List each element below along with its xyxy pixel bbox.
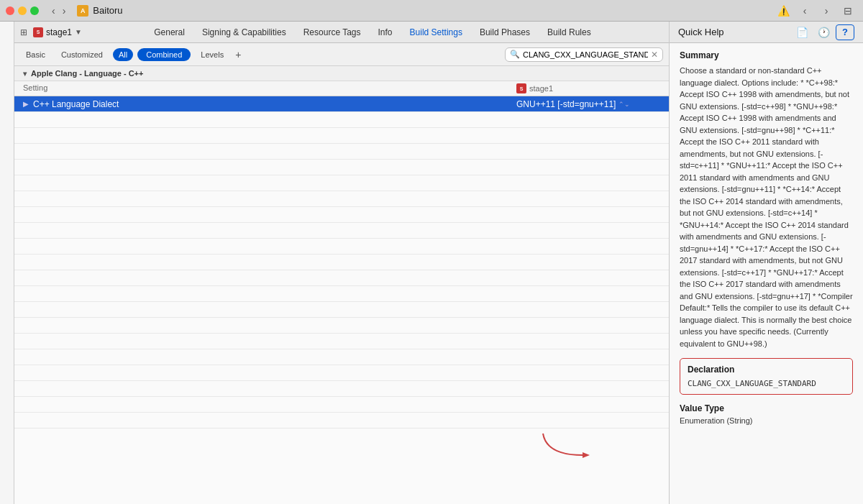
empty-row [14, 334, 669, 349]
empty-row [14, 397, 669, 413]
quick-help-header: Quick Help 📄 🕐 ? [670, 22, 863, 43]
navigation-buttons: ‹ › [49, 4, 68, 18]
filter-basic-button[interactable]: Basic [20, 48, 51, 61]
sidebar-toggle-button[interactable]: ⊞ [20, 27, 27, 37]
row-expand-icon: ▶ [23, 100, 30, 108]
maximize-button[interactable] [30, 6, 39, 15]
target-label: stage1 [46, 27, 72, 37]
target-dropdown-arrow[interactable]: ▼ [75, 28, 82, 36]
filter-all-button[interactable]: All [113, 48, 133, 61]
quick-help-actions: 📄 🕐 ? [793, 24, 854, 40]
search-box: 🔍 ✕ [505, 47, 663, 62]
svg-marker-0 [583, 452, 590, 458]
value-cell: GNU++11 [-std=gnu++11] ⌃⌄ [516, 99, 660, 109]
col-value-label: S stage1 [516, 83, 660, 93]
table-area: ▾ Apple Clang - Language - C++ Setting S… [14, 66, 669, 504]
declaration-box: Declaration CLANG_CXX_LANGUAGE_STANDARD [680, 358, 853, 395]
summary-title: Summary [680, 50, 853, 60]
back-button[interactable]: ‹ [49, 4, 58, 18]
title-bar: ‹ › A Baitoru ⚠️ ‹ › ⊟ [0, 0, 863, 22]
quick-help-body: Summary Choose a standard or non-standar… [670, 43, 863, 504]
tab-build-settings[interactable]: Build Settings [403, 24, 470, 40]
summary-text: Choose a standard or non-standard C++ la… [680, 65, 853, 349]
filter-customized-button[interactable]: Customized [55, 48, 109, 61]
empty-row [14, 365, 669, 381]
value-type-title: Value Type [680, 403, 853, 413]
quick-help-title: Quick Help [678, 27, 724, 37]
tab-signing[interactable]: Signing & Capabilities [195, 24, 293, 40]
project-icon: A [77, 5, 88, 17]
empty-row [14, 144, 669, 160]
title-bar-actions: ⚠️ ‹ › ⊟ [774, 3, 857, 19]
window-title: Baitoru [93, 5, 122, 16]
close-button[interactable] [6, 6, 14, 15]
next-error-button[interactable]: › [817, 3, 836, 19]
main-area: ⊞ S stage1 ▼ General Signing & Capabilit… [0, 22, 863, 504]
empty-row [14, 128, 669, 144]
forward-button[interactable]: › [60, 4, 69, 18]
tab-build-phases[interactable]: Build Phases [472, 24, 537, 40]
empty-row [14, 239, 669, 255]
prev-error-button[interactable]: ‹ [795, 3, 814, 19]
filter-bar: Basic Customized All Combined Levels + 🔍… [14, 43, 669, 66]
empty-row [14, 112, 669, 128]
setting-name: C++ Language Dialect [33, 99, 516, 109]
empty-row [14, 160, 669, 175]
empty-row [14, 207, 669, 223]
search-icon: 🔍 [510, 50, 520, 59]
content-area: ⊞ S stage1 ▼ General Signing & Capabilit… [14, 22, 669, 504]
empty-row [14, 318, 669, 334]
minimize-button[interactable] [18, 6, 27, 15]
target-bar: ⊞ S stage1 ▼ General Signing & Capabilit… [14, 22, 669, 43]
search-input[interactable] [523, 50, 648, 59]
col-setting-label: Setting [23, 83, 516, 93]
tab-build-rules[interactable]: Build Rules [540, 24, 598, 40]
quick-help-panel: Quick Help 📄 🕐 ? Summary Choose a standa… [669, 22, 863, 504]
empty-row [14, 286, 669, 302]
sidebar [0, 22, 14, 504]
empty-row [14, 302, 669, 318]
error-button[interactable]: ⚠️ [774, 3, 793, 19]
curved-arrow [539, 426, 597, 464]
panel-layout-button[interactable]: ⊟ [839, 3, 857, 19]
arrow-decoration-area [14, 429, 669, 472]
empty-row [14, 381, 669, 397]
tab-info[interactable]: Info [371, 24, 400, 40]
declaration-value: CLANG_CXX_LANGUAGE_STANDARD [688, 379, 845, 388]
value-type-value: Enumeration (String) [680, 416, 853, 425]
value-dropdown-icon[interactable]: ⌃⌄ [618, 101, 630, 108]
value-text: GNU++11 [-std=gnu++11] [516, 99, 616, 109]
tabs-container: General Signing & Capabilities Resource … [147, 24, 598, 40]
qh-doc-button[interactable]: 📄 [793, 24, 811, 40]
tab-resource-tags[interactable]: Resource Tags [296, 24, 368, 40]
section-header[interactable]: ▾ Apple Clang - Language - C++ [14, 66, 669, 81]
empty-row [14, 270, 669, 286]
window-controls [6, 6, 39, 15]
stage-icon: S [516, 83, 526, 93]
empty-row [14, 191, 669, 207]
qh-info-button[interactable]: ? [836, 24, 854, 40]
column-headers: Setting S stage1 [14, 81, 669, 96]
empty-row [14, 223, 669, 239]
target-icon: S [33, 27, 43, 37]
section-title: Apple Clang - Language - C++ [31, 69, 143, 78]
empty-rows [14, 112, 669, 429]
empty-row [14, 349, 669, 365]
qh-history-button[interactable]: 🕐 [814, 24, 833, 40]
table-row[interactable]: ▶ C++ Language Dialect GNU++11 [-std=gnu… [14, 96, 669, 112]
section-toggle-icon: ▾ [23, 70, 27, 78]
filter-combined-button[interactable]: Combined [137, 48, 191, 61]
declaration-title: Declaration [688, 365, 845, 375]
filter-levels-button[interactable]: Levels [195, 48, 229, 61]
filter-add-button[interactable]: + [235, 49, 241, 60]
empty-row [14, 255, 669, 270]
search-clear-button[interactable]: ✕ [651, 50, 658, 60]
empty-row [14, 175, 669, 191]
tab-general[interactable]: General [147, 24, 192, 40]
